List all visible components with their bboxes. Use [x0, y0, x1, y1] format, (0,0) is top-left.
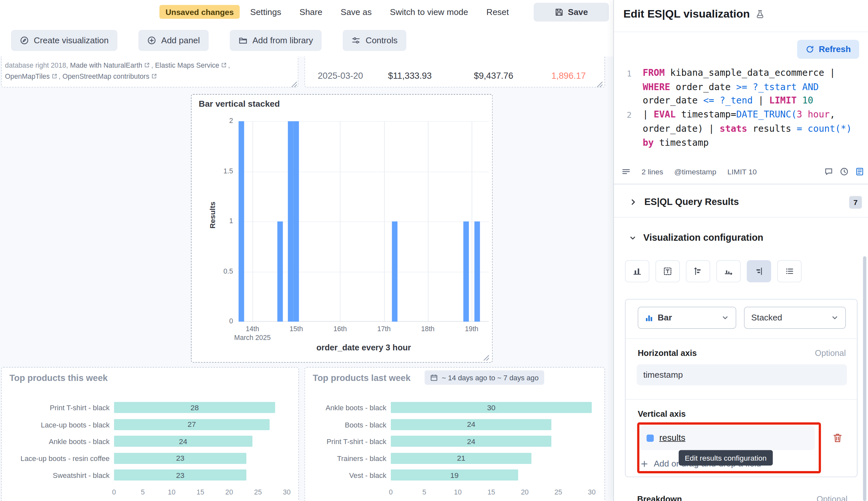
unsaved-changes-badge: Unsaved changes: [159, 5, 240, 19]
vis-config-label: Visualization configuration: [643, 233, 763, 244]
plus-circle: [147, 36, 156, 45]
create-visualization-label: Create visualization: [34, 35, 109, 45]
chevron-down-icon: [721, 314, 729, 322]
gridline: [472, 121, 472, 322]
save-button[interactable]: Save: [534, 3, 609, 22]
bar-value-label: 27: [114, 420, 270, 429]
y-tick-label: 0: [208, 317, 233, 325]
esql-query-results-accordion[interactable]: ES|QL Query Results 7: [614, 190, 868, 214]
axis-config-toolbar: [625, 260, 802, 283]
x-tick-label: 5: [413, 488, 435, 496]
gridline: [428, 121, 428, 322]
bar-value-label: 19: [391, 471, 518, 479]
x-tick-label: 20: [218, 488, 240, 496]
top-menu-settings[interactable]: Settings: [250, 7, 281, 17]
legend-list-button[interactable]: [777, 260, 802, 283]
display-mode-dropdown[interactable]: Stacked: [744, 307, 846, 329]
resize-handle[interactable]: [597, 80, 603, 86]
y-tick-label: 1.5: [208, 167, 233, 175]
editor-lines-icon[interactable]: [622, 167, 631, 176]
chevron-right-icon: [629, 198, 637, 206]
x-tick-label: 14th: [231, 325, 275, 333]
metric-table-panel: 2025-03-20$11,333.93$9,437.761,896.17: [304, 57, 605, 87]
visualization-configuration-accordion[interactable]: Visualization configuration: [614, 226, 868, 250]
x-tick-label: 25: [247, 488, 269, 496]
map-attribution-line1: database right 2018, Made with NaturalEa…: [5, 62, 230, 69]
create-visualization-button[interactable]: Create visualization: [11, 30, 117, 51]
top-menu-reset[interactable]: Reset: [486, 7, 509, 17]
bar-value-label: 24: [391, 437, 551, 445]
bar-results: [239, 121, 244, 322]
results-dimension-link[interactable]: results: [660, 433, 685, 443]
chart-type-value: Bar: [657, 313, 672, 323]
category-label: Lace-up boots - black: [2, 420, 110, 429]
query-results-count-badge: 7: [849, 196, 862, 209]
category-label: Ankle boots - black: [2, 437, 110, 446]
x-tick-label: 0: [380, 488, 402, 496]
metric-value: $9,437.76: [474, 71, 513, 81]
line-number: 2: [614, 108, 632, 122]
footer-field-timestamp: @timestamp: [674, 168, 716, 176]
delete-dimension-button[interactable]: [832, 433, 844, 444]
external: [151, 73, 157, 79]
bar-value-label: 24: [391, 420, 551, 429]
axis-bottom-button[interactable]: [716, 260, 741, 283]
controls-button[interactable]: Controls: [343, 30, 406, 51]
top-bar: Unsaved changes SettingsShareSave asSwit…: [0, 0, 613, 24]
history-clock-icon[interactable]: [840, 167, 848, 176]
attribution-link[interactable]: Made with NaturalEarth: [70, 62, 142, 69]
add-panel-label: Add panel: [161, 35, 200, 45]
resize-handle[interactable]: [483, 353, 489, 360]
chart-switch-button[interactable]: [625, 260, 650, 283]
flyout-title: Edit ES|QL visualization: [623, 8, 750, 21]
bar-vertical-stacked-panel[interactable]: Bar vertical stacked Results order_date …: [191, 94, 493, 362]
horizontal-axis-field[interactable]: timestamp: [637, 364, 847, 385]
x-tick-label: 19th: [450, 325, 494, 333]
chart-plot-area: [238, 121, 489, 322]
vertical-axis-dimension-row[interactable]: results: [640, 426, 815, 450]
series-color-swatch: [646, 434, 654, 441]
attribution-link[interactable]: OpenMapTiles: [5, 73, 50, 81]
line-number: [614, 94, 632, 108]
attribution-text: database right 2018,: [5, 62, 70, 69]
y-tick-label: 1: [208, 217, 233, 225]
top-menu-switch-to-view-mode[interactable]: Switch to view mode: [390, 7, 468, 17]
category-label: Boots - black: [305, 420, 386, 429]
time-range-badge[interactable]: ~ 14 days ago to ~ 7 days ago: [425, 370, 544, 385]
flyout-scrollbar[interactable]: [863, 256, 866, 501]
bar-results: [277, 222, 283, 322]
attribution-link[interactable]: OpenStreetMap contributors: [63, 73, 149, 81]
y-tick-label: 2: [208, 117, 233, 125]
add-from-library-button[interactable]: Add from library: [230, 30, 322, 51]
chart-type-dropdown[interactable]: Bar: [637, 307, 736, 329]
refresh-icon: [805, 45, 814, 54]
panel-title: Top products last week: [313, 373, 410, 383]
text-labels-button[interactable]: [655, 260, 680, 283]
add-panel-button[interactable]: Add panel: [139, 30, 209, 51]
edit-esql-flyout: Edit ES|QL visualization Refresh 1FROM k…: [613, 0, 868, 501]
esql-code-text: WHERE order_date >= ?_tstart AND: [632, 81, 818, 94]
category-label: Ankle boots - black: [305, 404, 386, 412]
attribution-text: ,: [228, 62, 230, 69]
top-menu: SettingsShareSave asSwitch to view modeR…: [250, 0, 509, 24]
esql-editor[interactable]: 1FROM kibana_sample_data_ecommerce |WHER…: [614, 66, 868, 150]
bar-results: [392, 222, 398, 322]
comment-icon[interactable]: [824, 167, 833, 176]
bar-value-label: 23: [114, 471, 247, 479]
resize-handle[interactable]: [291, 80, 297, 86]
attribution-link[interactable]: Elastic Maps Service: [155, 62, 219, 69]
axis-left-button[interactable]: [686, 260, 710, 283]
top-products-last-week-panel: Top products last week ~ 14 days ago to …: [304, 367, 605, 501]
chevron-down-icon: [831, 314, 839, 322]
top-products-this-week-panel: Top products this week Print T-shirt - b…: [1, 367, 299, 501]
refresh-button[interactable]: Refresh: [797, 40, 859, 59]
docs-book-icon[interactable]: [855, 167, 864, 176]
save-label: Save: [568, 7, 588, 17]
top-menu-save-as[interactable]: Save as: [341, 7, 372, 17]
external: [144, 62, 150, 68]
attribution-text: ,: [58, 73, 63, 81]
category-label: Vest - black: [305, 471, 386, 480]
external: [51, 73, 57, 79]
top-menu-share[interactable]: Share: [300, 7, 322, 17]
axis-right-button[interactable]: [747, 260, 771, 283]
